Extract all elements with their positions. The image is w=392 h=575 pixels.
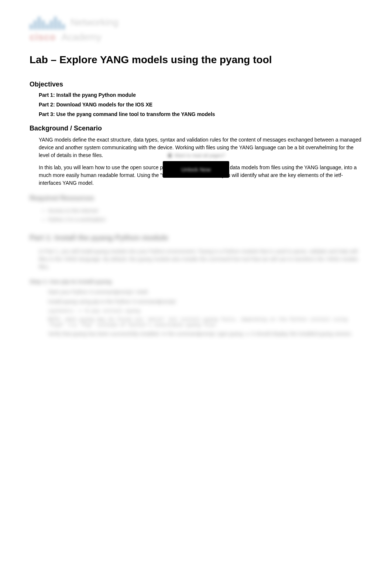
page-title: Lab – Explore YANG models using the pyan… <box>30 54 362 66</box>
step1-heading: Step 1: Use pip to install pyang <box>30 278 362 285</box>
step1-item: Start your Python 3 commandprompt / shel… <box>48 289 362 295</box>
required-item: Python 3 in a workstation <box>48 217 362 222</box>
code-line: (py3venv) ~/ $ pip install pyang <box>48 308 362 314</box>
background-heading: Background / Scenario <box>30 125 362 132</box>
code-line: NOTE: when pyang may be found via 'which… <box>48 317 362 328</box>
objectives-heading: Objectives <box>30 81 362 88</box>
cisco-bars-icon <box>30 15 65 30</box>
step1-verify: Verify that pyang has been successfully … <box>48 331 362 337</box>
logo-networking-text: Networking <box>71 17 118 28</box>
step1-item: Install pyang using pip in the Python 3 … <box>48 299 362 304</box>
objective-item: Part 2: Download YANG models for the IOS… <box>39 102 362 108</box>
unlock-button-label: Unlock Now <box>181 166 211 173</box>
objectives-list: Part 1: Install the pyang Python module … <box>39 92 362 117</box>
lock-text: Want to read all pages? <box>175 153 225 158</box>
unlock-overlay: Want to read all pages? Unlock Now <box>163 152 229 178</box>
objective-item: Part 3: Use the pyang command line tool … <box>39 111 362 117</box>
lock-icon <box>167 152 172 158</box>
logo-area: Networking cisco Academy <box>30 15 362 43</box>
blurred-content: Required Resources Access to the Interne… <box>30 194 362 337</box>
part1-paragraph: In Part 1, you will install pyang module… <box>39 248 362 271</box>
logo-brand-text: cisco <box>30 31 56 43</box>
unlock-button[interactable]: Unlock Now <box>163 161 229 178</box>
logo-academy-text: Academy <box>62 31 102 43</box>
objective-item: Part 1: Install the pyang Python module <box>39 92 362 98</box>
required-item: Access to the Internet <box>48 208 362 214</box>
part1-heading: Part 1: Install the pyang Python module <box>30 234 362 242</box>
required-resources-heading: Required Resources <box>30 194 362 202</box>
